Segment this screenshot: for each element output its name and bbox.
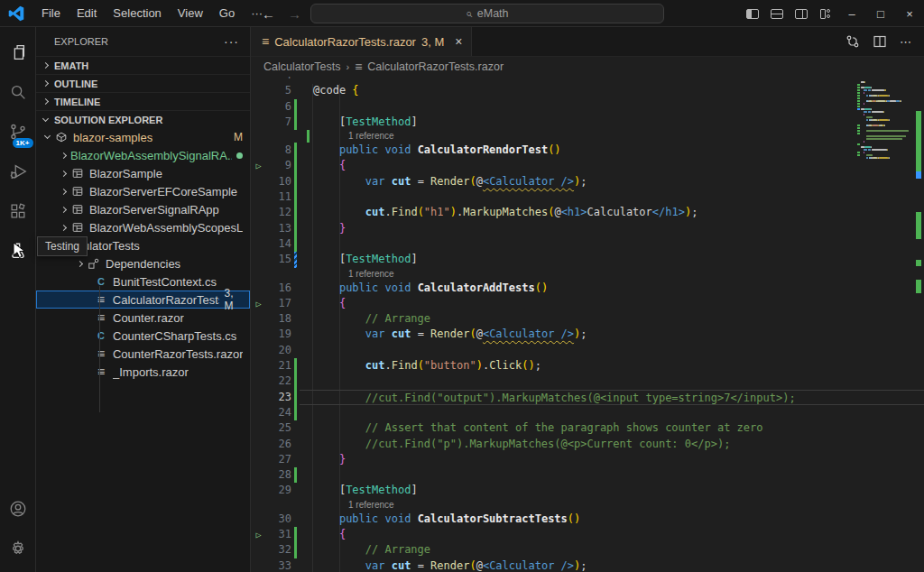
- account-icon[interactable]: [0, 489, 36, 529]
- run-test-icon[interactable]: ▷: [251, 296, 266, 311]
- tree-item-label: blazor-samples: [73, 131, 152, 144]
- maximize-button[interactable]: □: [866, 0, 895, 27]
- navigate-forward-icon[interactable]: →: [288, 6, 301, 22]
- customize-layout-icon[interactable]: [813, 0, 837, 27]
- glyph-margin: [251, 115, 266, 130]
- line-number: 22: [266, 374, 291, 389]
- close-window-button[interactable]: ×: [895, 0, 924, 27]
- code-line[interactable]: ▷31 {: [251, 527, 924, 542]
- toggle-primary-sidebar-icon[interactable]: [740, 0, 764, 27]
- source-control-icon[interactable]: 1K+: [0, 112, 36, 152]
- tree-item-blazorsample[interactable]: BlazorSample: [36, 164, 250, 182]
- code-line[interactable]: 24: [251, 405, 924, 420]
- tab-close-icon[interactable]: ×: [455, 34, 462, 49]
- code-line[interactable]: 32 // Arrange: [251, 542, 924, 558]
- tree-item-dependencies[interactable]: Dependencies: [36, 254, 250, 272]
- codelens-reference[interactable]: 1 reference: [251, 268, 924, 281]
- line-number: 16: [266, 281, 291, 296]
- gutter: [291, 420, 300, 436]
- project-icon: [70, 220, 85, 235]
- breadcrumb-folder[interactable]: CalculatorTests: [263, 60, 340, 73]
- glyph-margin: [251, 452, 266, 467]
- ruler-added-mark: [916, 280, 921, 293]
- code-line[interactable]: 13 }: [251, 221, 924, 236]
- code-line[interactable]: 10 var cut = Render(@<Calculator />);: [251, 174, 924, 189]
- search-view-icon[interactable]: [0, 72, 36, 112]
- navigate-back-icon[interactable]: ←: [262, 6, 275, 22]
- code-line[interactable]: 26 //cut.Find("p").MarkupMatches(@<p>Cur…: [251, 437, 924, 452]
- menu-file[interactable]: File: [33, 4, 69, 23]
- tree-item-blazor-samples[interactable]: blazor-samplesM: [36, 128, 250, 146]
- tree-item--imports-razor[interactable]: ≡_Imports.razor: [36, 363, 250, 381]
- minimize-button[interactable]: –: [837, 0, 866, 27]
- tree-item-blazorwebassemblyscopeslo-[interactable]: BlazorWebAssemblyScopesLo...: [36, 218, 250, 236]
- toggle-secondary-sidebar-icon[interactable]: [789, 0, 813, 27]
- run-test-icon[interactable]: ▷: [251, 527, 266, 542]
- open-changes-icon[interactable]: [845, 34, 860, 49]
- code-line[interactable]: 28: [251, 467, 924, 483]
- tree-item-counterrazortests-razor[interactable]: ≡CounterRazorTests.razor: [36, 345, 250, 363]
- code-line[interactable]: 14: [251, 236, 924, 252]
- code-line[interactable]: 7 [TestMethod]: [251, 115, 924, 130]
- code-line[interactable]: 8 public void CalculatorRendorTest(): [251, 143, 924, 158]
- menu-view[interactable]: View: [170, 4, 211, 23]
- code-line[interactable]: 5@code {: [251, 83, 924, 98]
- section-timeline[interactable]: TIMELINE: [36, 92, 250, 110]
- razor-file-icon: ≡: [355, 60, 362, 73]
- explorer-icon[interactable]: [0, 32, 36, 72]
- tree-item-calculatorrazortests-r-[interactable]: ≡CalculatorRazorTests.r...3, M: [36, 291, 250, 309]
- code-line[interactable]: 29 [TestMethod]: [251, 483, 924, 498]
- tree-item-countercsharptests-cs[interactable]: CCounterCSharpTests.cs: [36, 327, 250, 345]
- editor-more-actions-icon[interactable]: ⋯: [900, 35, 911, 49]
- code-line[interactable]: 22: [251, 374, 924, 389]
- codelens-reference[interactable]: 1 reference: [251, 499, 924, 512]
- code-line[interactable]: 21 cut.Find("button").Click();: [251, 358, 924, 374]
- section-emath[interactable]: EMATH: [36, 56, 250, 74]
- command-center-search[interactable]: ⌕ eMath: [310, 4, 664, 23]
- minimap[interactable]: [861, 78, 913, 160]
- toggle-panel-icon[interactable]: [764, 0, 789, 27]
- tree-item-counter-razor[interactable]: ≡Counter.razor: [36, 309, 250, 327]
- menu-go[interactable]: Go: [211, 4, 243, 23]
- run-test-icon[interactable]: ▷: [251, 158, 266, 173]
- code-line[interactable]: 12 cut.Find("h1").MarkupMatches(@<h1>Cal…: [251, 205, 924, 220]
- tree-item-blazorserversignalrapp[interactable]: BlazorServerSignalRApp: [36, 200, 250, 218]
- code-line[interactable]: 25 // Assert that content of the paragra…: [251, 420, 924, 436]
- tab-calculatorrazortests[interactable]: ≡ CalculatorRazorTests.razor 3, M ×: [251, 27, 472, 56]
- code-editor[interactable]: 45@code {67 [TestMethod]1 reference8 pub…: [251, 77, 924, 572]
- code-line[interactable]: 19 var cut = Render(@<Calculator />);: [251, 327, 924, 342]
- tree-item-blazorserverefcoresample[interactable]: BlazorServerEFCoreSample: [36, 182, 250, 200]
- csharp-file-icon: C: [94, 274, 108, 289]
- code-line[interactable]: 30 public void CalculatorSubtractTests(): [251, 512, 924, 527]
- code-line[interactable]: ▷9 {: [251, 158, 924, 173]
- menu-selection[interactable]: Selection: [105, 4, 169, 23]
- split-editor-icon[interactable]: [873, 34, 887, 49]
- extensions-icon[interactable]: [0, 191, 36, 231]
- code-line[interactable]: 27 }: [251, 452, 924, 467]
- breadcrumb-file[interactable]: CalculatorRazorTests.razor: [367, 60, 504, 73]
- explorer-more-actions-icon[interactable]: ···: [224, 34, 239, 49]
- section-outline[interactable]: OUTLINE: [36, 74, 250, 92]
- code-line[interactable]: 15 [TestMethod]: [251, 252, 924, 267]
- code-line[interactable]: ▷17 {: [251, 296, 924, 311]
- tree-item-blazorwebassemblysignalra-[interactable]: BlazorWebAssemblySignalRA...: [36, 146, 250, 164]
- code-line[interactable]: 4: [251, 77, 924, 83]
- settings-gear-icon[interactable]: [0, 529, 36, 568]
- run-and-debug-icon[interactable]: [0, 152, 36, 191]
- code-line[interactable]: 20: [251, 343, 924, 358]
- ruler-added-mark: [916, 212, 921, 239]
- codelens-reference[interactable]: 1 reference: [251, 130, 924, 143]
- git-decoration-badge: M: [234, 131, 243, 143]
- menu-edit[interactable]: Edit: [69, 4, 105, 23]
- code-line[interactable]: 33 var cut = Render(@<Calculator />);: [251, 558, 924, 572]
- section-solution-explorer[interactable]: SOLUTION EXPLORER: [36, 110, 250, 128]
- code-line[interactable]: 18 // Arrange: [251, 311, 924, 327]
- code-line[interactable]: 23 //cut.Find("output").MarkupMatches(@<…: [251, 390, 924, 405]
- code-line[interactable]: 11: [251, 189, 924, 205]
- gutter: [291, 437, 300, 452]
- code-line[interactable]: 16 public void CalculatorAddTests(): [251, 281, 924, 296]
- glyph-margin: [251, 437, 266, 452]
- code-line[interactable]: 6: [251, 99, 924, 115]
- tree-item-bunittestcontext-cs[interactable]: CBunitTestContext.cs: [36, 272, 250, 291]
- line-number: 27: [266, 452, 291, 467]
